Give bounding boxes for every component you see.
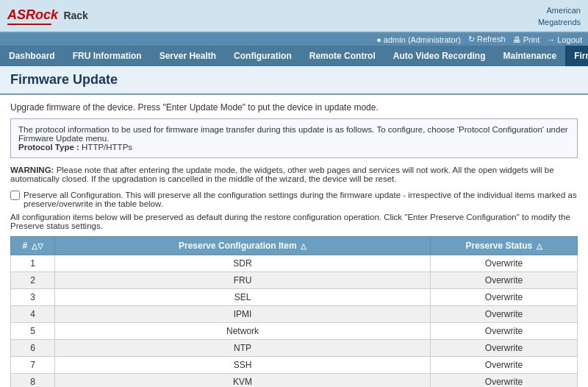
top-bar: ● admin (Administrator) ↻ Refresh 🖶 Prin…	[0, 33, 588, 46]
row-status: Overwrite	[431, 306, 578, 323]
refresh-link[interactable]: ↻ Refresh	[468, 35, 506, 44]
row-item: SDR	[55, 255, 431, 272]
subtitle-text: Upgrade firmware of the device. Press "E…	[10, 102, 578, 113]
row-num: 2	[11, 272, 55, 289]
ami-line1: American	[547, 6, 581, 15]
row-status: Overwrite	[431, 289, 578, 306]
row-item: SEL	[55, 289, 431, 306]
preserve-checkbox[interactable]	[10, 191, 20, 200]
page-title: Firmware Update	[10, 72, 578, 88]
table-row: 4 IPMI Overwrite	[11, 306, 578, 323]
preserve-config-table: # △▽ Preserve Configuration Item △ Prese…	[10, 236, 578, 387]
row-num: 1	[11, 255, 55, 272]
ami-logo: American Megatrends	[538, 4, 581, 27]
rack-logo-text: Rack	[63, 10, 87, 21]
row-item: NTP	[55, 340, 431, 357]
page-header: Firmware Update	[0, 66, 588, 95]
sort-icon-item[interactable]: △	[301, 242, 306, 250]
table-row: 6 NTP Overwrite	[11, 340, 578, 357]
nav-remote-control[interactable]: Remote Control	[301, 46, 384, 66]
row-item: SSH	[55, 357, 431, 374]
row-num: 4	[11, 306, 55, 323]
table-row: 8 KVM Overwrite	[11, 374, 578, 387]
row-num: 7	[11, 357, 55, 374]
table-row: 7 SSH Overwrite	[11, 357, 578, 374]
main-nav: Dashboard FRU Information Server Health …	[0, 46, 588, 66]
row-item: FRU	[55, 272, 431, 289]
row-num: 5	[11, 323, 55, 340]
protocol-info-box: The protocol information to be used for …	[10, 118, 578, 158]
col-header-num: # △▽	[11, 237, 55, 255]
preserve-note-text: All configuration items below will be pr…	[10, 213, 578, 230]
nav-firmware-update[interactable]: Firmware Update	[565, 46, 588, 66]
header: ASRock Rack American Megatrends	[0, 0, 588, 33]
col-header-status: Preserve Status △	[431, 237, 578, 255]
row-status: Overwrite	[431, 374, 578, 387]
sort-icon-num[interactable]: △▽	[32, 242, 43, 250]
col-header-item: Preserve Configuration Item △	[55, 237, 431, 255]
row-status: Overwrite	[431, 340, 578, 357]
nav-dashboard[interactable]: Dashboard	[0, 46, 64, 66]
warning-text: WARNING: Please note that after entering…	[10, 166, 578, 183]
row-num: 3	[11, 289, 55, 306]
ami-line2: Megatrends	[538, 18, 581, 26]
logout-link[interactable]: → Logout	[547, 35, 582, 44]
preserve-checkbox-area[interactable]: Preserve all Configuration. This will pr…	[10, 191, 578, 208]
logo-underline	[7, 24, 51, 25]
sort-icon-status[interactable]: △	[537, 242, 542, 250]
row-item: IPMI	[55, 306, 431, 323]
nav-configuration[interactable]: Configuration	[225, 46, 301, 66]
asrock-logo-text: ASRock	[7, 7, 58, 22]
row-status: Overwrite	[431, 357, 578, 374]
nav-fru-information[interactable]: FRU Information	[64, 46, 151, 66]
row-status: Overwrite	[431, 323, 578, 340]
row-status: Overwrite	[431, 255, 578, 272]
preserve-checkbox-label[interactable]: Preserve all Configuration. This will pr…	[10, 191, 578, 208]
row-status: Overwrite	[431, 272, 578, 289]
print-link[interactable]: 🖶 Print	[513, 35, 540, 44]
row-num: 6	[11, 340, 55, 357]
row-item: Network	[55, 323, 431, 340]
table-row: 2 FRU Overwrite	[11, 272, 578, 289]
brand-logo: ASRock Rack	[7, 7, 88, 25]
table-row: 1 SDR Overwrite	[11, 255, 578, 272]
protocol-type-value: HTTP/HTTPs	[82, 143, 132, 152]
table-row: 5 Network Overwrite	[11, 323, 578, 340]
admin-user-label: ● admin (Administrator)	[376, 35, 461, 44]
nav-server-health[interactable]: Server Health	[151, 46, 225, 66]
row-item: KVM	[55, 374, 431, 387]
content-area: Upgrade firmware of the device. Press "E…	[0, 95, 588, 387]
protocol-type-label: Protocol Type :	[18, 143, 82, 152]
nav-auto-video[interactable]: Auto Video Recording	[384, 46, 495, 66]
nav-maintenance[interactable]: Maintenance	[495, 46, 566, 66]
table-row: 3 SEL Overwrite	[11, 289, 578, 306]
row-num: 8	[11, 374, 55, 387]
